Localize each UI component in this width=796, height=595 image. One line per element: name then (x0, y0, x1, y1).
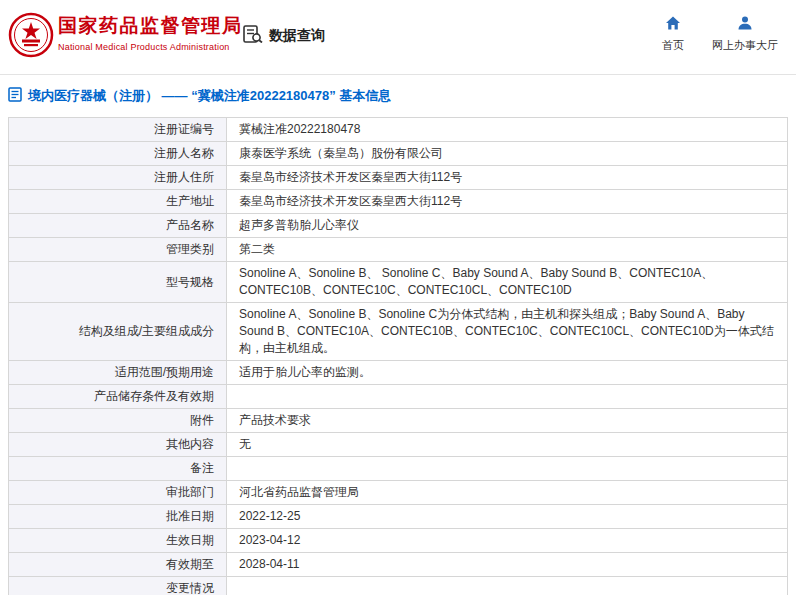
field-value: 秦皇岛市经济技术开发区秦皇西大街112号 (227, 166, 788, 190)
home-link-label: 首页 (662, 38, 684, 53)
field-value: Sonoline A、Sonoline B、 Sonoline C、Baby S… (227, 262, 788, 303)
field-value: 适用于胎儿心率的监测。 (227, 361, 788, 385)
field-label: 有效期至 (9, 553, 227, 577)
field-value: 2023-04-12 (227, 529, 788, 553)
data-query-label: 数据查询 (269, 27, 325, 45)
online-service-hall-label: 网上办事大厅 (712, 38, 778, 53)
home-link[interactable]: 首页 (662, 15, 684, 53)
document-icon (8, 87, 22, 105)
field-value: 无 (227, 433, 788, 457)
table-row: 注册人名称康泰医学系统（秦皇岛）股份有限公司 (9, 142, 788, 166)
field-value (227, 385, 788, 409)
field-label: 批准日期 (9, 505, 227, 529)
field-value: 超声多普勒胎儿心率仪 (227, 214, 788, 238)
table-row: 生产地址秦皇岛市经济技术开发区秦皇西大街112号 (9, 190, 788, 214)
field-value: 第二类 (227, 238, 788, 262)
org-title-block: 国家药品监督管理局 National Medical Products Admi… (58, 15, 243, 52)
table-row: 适用范围/预期用途适用于胎儿心率的监测。 (9, 361, 788, 385)
field-label: 结构及组成/主要组成成分 (9, 303, 227, 361)
table-row: 备注 (9, 457, 788, 481)
field-value (227, 577, 788, 595)
field-value: 产品技术要求 (227, 409, 788, 433)
field-label: 型号规格 (9, 262, 227, 303)
org-name-en: National Medical Products Administration (58, 42, 243, 52)
home-icon (665, 15, 681, 33)
field-value: 康泰医学系统（秦皇岛）股份有限公司 (227, 142, 788, 166)
breadcrumb: 境内医疗器械（注册） —— “冀械注准20222180478” 基本信息 (0, 75, 796, 115)
org-name-cn: 国家药品监督管理局 (58, 15, 243, 37)
field-label: 附件 (9, 409, 227, 433)
online-service-hall-link[interactable]: 网上办事大厅 (712, 15, 778, 53)
field-label: 产品名称 (9, 214, 227, 238)
data-query-nav[interactable]: 数据查询 (243, 25, 325, 46)
field-value: 冀械注准20222180478 (227, 118, 788, 142)
table-row: 注册证编号冀械注准20222180478 (9, 118, 788, 142)
page: 国家药品监督管理局 National Medical Products Admi… (0, 0, 796, 595)
field-label: 变更情况 (9, 577, 227, 595)
table-row: 其他内容无 (9, 433, 788, 457)
field-value (227, 457, 788, 481)
field-label: 适用范围/预期用途 (9, 361, 227, 385)
field-label: 产品储存条件及有效期 (9, 385, 227, 409)
field-label: 生效日期 (9, 529, 227, 553)
table-row: 管理类别第二类 (9, 238, 788, 262)
field-value: 河北省药品监督管理局 (227, 481, 788, 505)
table-row: 附件产品技术要求 (9, 409, 788, 433)
field-label: 生产地址 (9, 190, 227, 214)
site-header: 国家药品监督管理局 National Medical Products Admi… (0, 0, 796, 75)
data-query-icon (243, 25, 263, 46)
field-value: 2022-12-25 (227, 505, 788, 529)
quick-links: 首页 网上办事大厅 (662, 15, 778, 53)
field-value: 秦皇岛市经济技术开发区秦皇西大街112号 (227, 190, 788, 214)
field-label: 备注 (9, 457, 227, 481)
table-row: 产品储存条件及有效期 (9, 385, 788, 409)
nmpa-emblem-logo (8, 12, 54, 58)
table-row: 审批部门河北省药品监督管理局 (9, 481, 788, 505)
field-label: 管理类别 (9, 238, 227, 262)
table-row: 产品名称超声多普勒胎儿心率仪 (9, 214, 788, 238)
field-label: 审批部门 (9, 481, 227, 505)
table-row: 结构及组成/主要组成成分Sonoline A、Sonoline B、Sonoli… (9, 303, 788, 361)
breadcrumb-text: 境内医疗器械（注册） —— “冀械注准20222180478” 基本信息 (28, 87, 391, 105)
table-row: 生效日期2023-04-12 (9, 529, 788, 553)
field-label: 注册证编号 (9, 118, 227, 142)
table-row: 变更情况 (9, 577, 788, 595)
field-label: 注册人住所 (9, 166, 227, 190)
table-row: 注册人住所秦皇岛市经济技术开发区秦皇西大街112号 (9, 166, 788, 190)
table-row: 型号规格Sonoline A、Sonoline B、 Sonoline C、Ba… (9, 262, 788, 303)
registration-info-table: 注册证编号冀械注准20222180478注册人名称康泰医学系统（秦皇岛）股份有限… (8, 117, 788, 595)
field-label: 注册人名称 (9, 142, 227, 166)
field-value: 2028-04-11 (227, 553, 788, 577)
table-row: 有效期至2028-04-11 (9, 553, 788, 577)
user-icon (737, 15, 753, 33)
table-row: 批准日期2022-12-25 (9, 505, 788, 529)
field-label: 其他内容 (9, 433, 227, 457)
field-value: Sonoline A、Sonoline B、Sonoline C为分体式结构，由… (227, 303, 788, 361)
